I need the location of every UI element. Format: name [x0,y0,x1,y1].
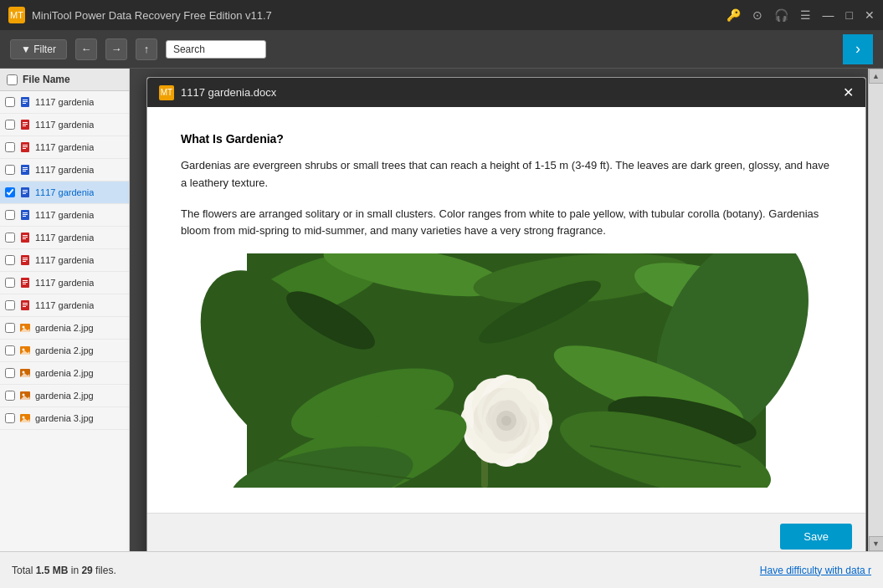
total-size: 1.5 MB [36,565,69,576]
file-checkbox[interactable] [5,345,15,355]
svg-rect-13 [23,167,28,168]
file-checkbox[interactable] [5,278,15,288]
file-name-label: 1117 gardenia [35,233,94,243]
list-item[interactable]: gardenia 2.jpg [0,340,129,362]
image-file-icon [18,344,32,357]
list-item[interactable]: 1117 gardenia [0,159,129,182]
headset-icon[interactable]: 🎧 [774,8,788,22]
app-body: ▼ Filter ← → ↑ › File Name 1117 gardenia… [0,30,883,588]
file-name-column-header: File Name [23,74,70,85]
svg-rect-34 [23,282,28,283]
scroll-up-arrow[interactable]: ▲ [869,69,884,84]
modal-header: MT 1117 gardenia.docx ✕ [147,78,865,107]
file-checkbox[interactable] [5,255,15,265]
maximize-button[interactable]: □ [846,8,853,22]
list-item[interactable]: 1117 gardenia [0,91,129,114]
list-item[interactable]: 1117 gardenia [0,227,129,249]
list-item[interactable]: 1117 gardenia [0,136,129,159]
file-name-label: 1117 gardenia [35,278,94,288]
image-file-icon [18,389,32,402]
file-checkbox[interactable] [5,142,15,152]
file-checkbox[interactable] [5,165,15,175]
svg-rect-2 [23,101,28,102]
svg-rect-19 [23,193,26,194]
svg-rect-3 [23,103,26,104]
save-button[interactable]: Save [780,524,852,550]
image-file-icon [18,321,32,335]
file-checkbox[interactable] [5,210,15,220]
svg-rect-23 [23,216,26,217]
preview-modal: MT 1117 gardenia.docx ✕ What Is Gardenia… [146,77,866,551]
nav-up-button[interactable]: ↑ [136,38,157,60]
modal-body: What Is Gardenia? Gardenias are evergree… [147,107,865,513]
file-checkbox[interactable] [5,300,15,310]
svg-rect-14 [23,169,28,170]
svg-rect-7 [23,125,26,126]
minimize-button[interactable]: — [823,8,834,22]
select-all-checkbox[interactable] [7,74,18,85]
list-item[interactable]: 1117 gardenia [0,294,129,317]
doc-file-icon [18,253,32,267]
file-name-label: gardenia 2.jpg [35,368,94,378]
nav-back-button[interactable]: ← [75,38,97,60]
modal-icon: MT [159,85,174,100]
modal-footer: Save [147,513,865,551]
file-name-label: gardenia 2.jpg [35,323,94,333]
file-checkbox[interactable] [5,187,15,197]
modal-close-button[interactable]: ✕ [843,84,854,100]
files-label: files. [93,565,116,576]
file-checkbox[interactable] [5,323,15,333]
file-name-label: 1117 gardenia [35,210,94,220]
gardenia-flower-image [181,253,832,488]
menu-icon[interactable]: ☰ [800,8,811,22]
file-name-label: 1117 gardenia [35,120,94,130]
list-item[interactable]: gardenia 2.jpg [0,317,129,340]
file-checkbox[interactable] [5,97,15,107]
doc-file-icon [18,299,32,312]
window-controls: 🔑 ⊙ 🎧 ☰ — □ ✕ [726,8,875,22]
svg-rect-17 [23,190,28,191]
list-item[interactable]: gardenia 2.jpg [0,362,129,385]
list-item[interactable]: gardenia 2.jpg [0,385,129,407]
file-checkbox[interactable] [5,120,15,130]
list-item[interactable]: 1117 gardenia [0,182,129,204]
file-name-label: 1117 gardenia [35,187,94,197]
file-count: 29 [81,565,92,576]
file-checkbox[interactable] [5,233,15,243]
scroll-down-arrow[interactable]: ▼ [869,536,884,551]
svg-rect-10 [23,146,28,147]
filter-button[interactable]: ▼ Filter [10,39,67,59]
doc-file-icon [18,231,32,244]
status-text: Total 1.5 MB in 29 files. [12,565,116,576]
svg-rect-1 [23,100,28,100]
list-item[interactable]: 1117 gardenia [0,272,129,294]
file-checkbox[interactable] [5,413,15,423]
svg-rect-22 [23,214,28,215]
list-item[interactable]: 1117 gardenia [0,249,129,272]
modal-title: 1117 gardenia.docx [181,86,276,99]
help-link[interactable]: Have difficulty with data r [760,565,871,576]
file-list-header: File Name [0,69,129,91]
key-icon[interactable]: 🔑 [726,8,741,22]
file-checkbox[interactable] [5,368,15,378]
right-scrollbar[interactable]: ▲ ▼ [868,69,883,551]
doc-file-icon [18,163,32,176]
document-image [181,253,832,488]
svg-rect-11 [23,148,26,149]
nav-forward-button[interactable]: → [105,38,127,60]
file-name-label: 1117 gardenia [35,97,94,107]
svg-rect-37 [23,303,28,304]
doc-file-icon [18,141,32,154]
list-item[interactable]: 1117 gardenia [0,114,129,136]
next-arrow-button[interactable]: › [843,34,873,64]
svg-rect-27 [23,238,26,239]
svg-rect-39 [23,306,26,307]
list-item[interactable]: gardenia 3.jpg [0,407,129,430]
modal-overlay: MT 1117 gardenia.docx ✕ What Is Gardenia… [130,69,883,551]
list-item[interactable]: 1117 gardenia [0,204,129,227]
close-button[interactable]: ✕ [865,8,875,22]
circle-icon[interactable]: ⊙ [752,8,762,22]
svg-rect-18 [23,192,28,192]
file-checkbox[interactable] [5,391,15,401]
search-input[interactable] [166,40,266,59]
